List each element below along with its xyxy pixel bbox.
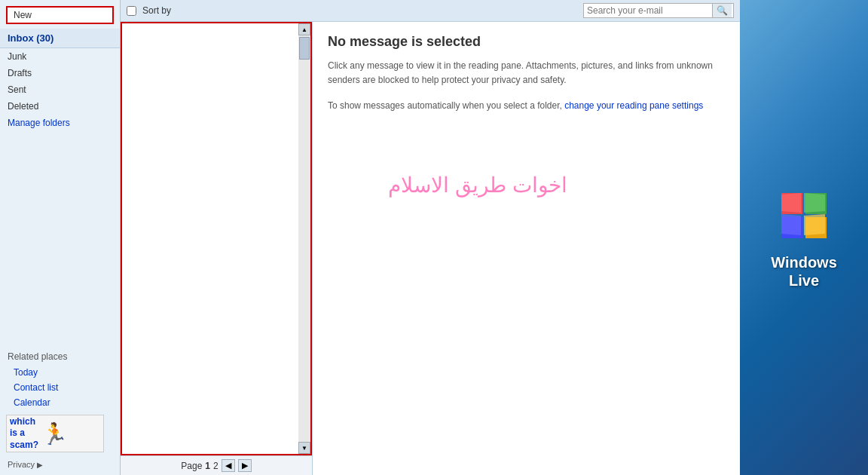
page-current: 1 — [205, 461, 210, 471]
privacy-label: Privacy — [8, 460, 35, 469]
sidebar-item-drafts[interactable]: Drafts — [0, 65, 120, 81]
new-mail-button[interactable]: New — [6, 6, 114, 24]
message-list-container: ▲ ▼ Page 1 2 ◀ ▶ — [121, 22, 313, 475]
no-message-title: No message is selected — [328, 34, 725, 50]
sidebar-item-manage-folders[interactable]: Manage folders — [0, 115, 120, 131]
sidebar: New Inbox (30) Junk Drafts Sent Deleted … — [0, 0, 121, 475]
privacy-arrow-icon: ▶ — [37, 461, 43, 469]
ad-banner: which is a scam? 🏃 — [6, 415, 104, 452]
search-box: 🔍 — [583, 3, 734, 18]
ad-text-line3: scam? — [10, 440, 38, 452]
related-link-calendar[interactable]: Calendar — [0, 395, 120, 410]
no-message-body1: Click any message to view it in the read… — [328, 59, 725, 87]
scrollbar-down-button[interactable]: ▼ — [298, 442, 310, 454]
message-list: ▲ ▼ — [121, 22, 312, 455]
ad-text-line1: which — [10, 416, 38, 428]
related-places-section: Related places Today Contact list Calend… — [0, 347, 120, 475]
sidebar-item-junk[interactable]: Junk — [0, 48, 120, 65]
related-link-today[interactable]: Today — [0, 365, 120, 380]
message-list-inner — [122, 23, 310, 454]
reading-pane: No message is selected Click any message… — [313, 22, 740, 475]
arabic-decorative-text: اخوات طريق الاسلام — [388, 173, 567, 198]
ad-text-line2: is a — [10, 428, 38, 440]
no-message-body2-text: To show messages automatically when you … — [328, 100, 562, 111]
sort-by-label: Sort by — [142, 5, 171, 16]
page-total: 2 — [213, 461, 219, 471]
sidebar-item-sent[interactable]: Sent — [0, 81, 120, 98]
select-all-checkbox[interactable] — [127, 6, 136, 16]
windows-logo — [774, 185, 834, 246]
search-input[interactable] — [584, 4, 712, 17]
ad-icon: 🏃 — [41, 421, 68, 446]
related-link-contact-list[interactable]: Contact list — [0, 380, 120, 395]
related-places-title: Related places — [0, 347, 120, 365]
content-area: ▲ ▼ Page 1 2 ◀ ▶ No message is selected … — [121, 22, 740, 475]
windows-logo-svg — [774, 185, 834, 246]
privacy-link[interactable]: Privacy ▶ — [0, 457, 120, 472]
pagination-bar: Page 1 2 ◀ ▶ — [121, 455, 312, 475]
page-next-button[interactable]: ▶ — [238, 459, 252, 472]
main-area: Sort by 🔍 ▲ ▼ Page 1 2 ◀ ▶ — [121, 0, 740, 475]
windows-live-title: Windows Live — [771, 253, 837, 290]
checkbox-area — [127, 6, 136, 16]
scrollbar-track: ▲ ▼ — [298, 23, 310, 454]
search-button[interactable]: 🔍 — [712, 4, 732, 17]
sidebar-nav: Junk Drafts Sent Deleted Manage folders — [0, 48, 120, 347]
toolbar: Sort by 🔍 — [121, 0, 740, 22]
sidebar-item-deleted[interactable]: Deleted — [0, 98, 120, 115]
reading-pane-settings-link[interactable]: change your reading pane settings — [564, 100, 703, 111]
page-label: Page — [181, 461, 202, 471]
no-message-body2: To show messages automatically when you … — [328, 99, 725, 113]
page-prev-button[interactable]: ◀ — [222, 459, 235, 472]
scrollbar-thumb[interactable] — [299, 37, 310, 60]
scrollbar-up-button[interactable]: ▲ — [298, 23, 310, 35]
windows-live-panel: Windows Live — [740, 0, 868, 475]
sidebar-item-inbox[interactable]: Inbox (30) — [0, 29, 120, 48]
